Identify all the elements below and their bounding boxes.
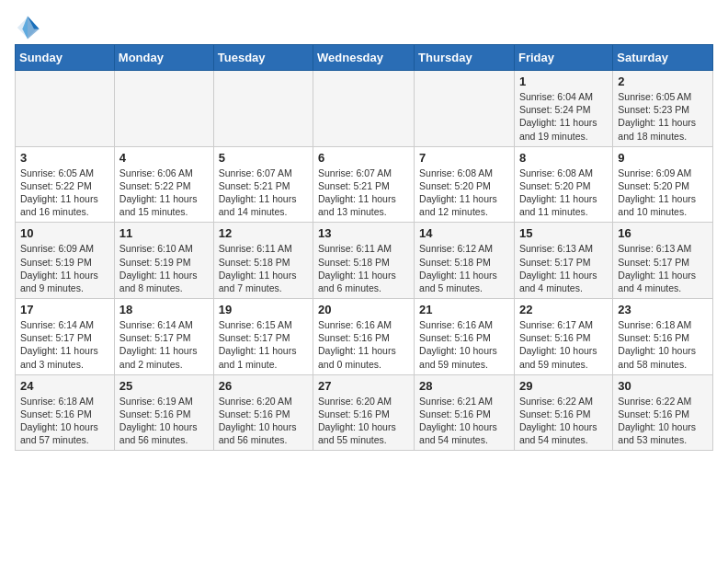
day-number: 22	[519, 303, 608, 316]
day-cell	[114, 71, 213, 147]
day-number: 28	[419, 379, 509, 393]
day-number: 8	[519, 151, 608, 165]
day-cell: 1Sunrise: 6:04 AMSunset: 5:24 PMDaylight…	[514, 71, 612, 147]
day-cell: 27Sunrise: 6:20 AMSunset: 5:16 PMDayligh…	[313, 374, 415, 451]
day-cell: 18Sunrise: 6:14 AMSunset: 5:17 PMDayligh…	[114, 299, 213, 375]
day-cell: 29Sunrise: 6:22 AMSunset: 5:16 PMDayligh…	[514, 374, 612, 451]
day-cell	[16, 71, 115, 147]
day-number: 4	[119, 151, 209, 165]
week-row-4: 17Sunrise: 6:14 AMSunset: 5:17 PMDayligh…	[16, 299, 713, 375]
day-info: Sunrise: 6:20 AMSunset: 5:16 PMDaylight:…	[318, 395, 409, 447]
day-number: 9	[618, 151, 708, 165]
day-info: Sunrise: 6:06 AMSunset: 5:22 PMDaylight:…	[119, 167, 209, 219]
day-cell	[313, 71, 415, 147]
day-info: Sunrise: 6:14 AMSunset: 5:17 PMDaylight:…	[119, 318, 209, 371]
day-number: 14	[419, 226, 509, 240]
day-info: Sunrise: 6:13 AMSunset: 5:17 PMDaylight:…	[519, 242, 608, 294]
day-cell: 16Sunrise: 6:13 AMSunset: 5:17 PMDayligh…	[613, 223, 713, 299]
svg-marker-3	[22, 16, 28, 39]
day-info: Sunrise: 6:05 AMSunset: 5:22 PMDaylight:…	[20, 167, 109, 219]
day-number: 17	[20, 303, 109, 316]
day-number: 15	[519, 226, 608, 240]
day-cell: 12Sunrise: 6:11 AMSunset: 5:18 PMDayligh…	[213, 223, 313, 299]
day-info: Sunrise: 6:08 AMSunset: 5:20 PMDaylight:…	[519, 167, 608, 219]
day-number: 24	[20, 379, 109, 393]
day-cell	[213, 71, 313, 147]
day-cell	[415, 71, 515, 147]
day-cell: 22Sunrise: 6:17 AMSunset: 5:16 PMDayligh…	[514, 299, 612, 375]
header-saturday: Saturday	[613, 45, 713, 71]
day-number: 5	[219, 151, 308, 165]
day-info: Sunrise: 6:16 AMSunset: 5:16 PMDaylight:…	[419, 318, 509, 371]
day-cell: 28Sunrise: 6:21 AMSunset: 5:16 PMDayligh…	[415, 374, 515, 451]
day-cell: 30Sunrise: 6:22 AMSunset: 5:16 PMDayligh…	[613, 374, 713, 451]
day-info: Sunrise: 6:17 AMSunset: 5:16 PMDaylight:…	[519, 318, 608, 371]
day-number: 29	[519, 379, 608, 393]
day-number: 20	[318, 303, 409, 316]
day-number: 16	[618, 226, 708, 240]
day-cell: 24Sunrise: 6:18 AMSunset: 5:16 PMDayligh…	[16, 374, 115, 451]
header-monday: Monday	[114, 45, 213, 71]
day-cell: 20Sunrise: 6:16 AMSunset: 5:16 PMDayligh…	[313, 299, 415, 375]
day-number: 19	[219, 303, 308, 316]
day-number: 18	[119, 303, 209, 316]
day-info: Sunrise: 6:04 AMSunset: 5:24 PMDaylight:…	[519, 90, 608, 143]
day-info: Sunrise: 6:09 AMSunset: 5:19 PMDaylight:…	[20, 242, 109, 294]
day-cell: 3Sunrise: 6:05 AMSunset: 5:22 PMDaylight…	[16, 146, 115, 223]
day-info: Sunrise: 6:19 AMSunset: 5:16 PMDaylight:…	[119, 395, 209, 447]
day-number: 26	[219, 379, 308, 393]
day-cell: 7Sunrise: 6:08 AMSunset: 5:20 PMDaylight…	[415, 146, 515, 223]
day-info: Sunrise: 6:16 AMSunset: 5:16 PMDaylight:…	[318, 318, 409, 371]
day-number: 12	[219, 226, 308, 240]
day-info: Sunrise: 6:18 AMSunset: 5:16 PMDaylight:…	[20, 395, 109, 447]
day-info: Sunrise: 6:14 AMSunset: 5:17 PMDaylight:…	[20, 318, 109, 371]
day-cell: 2Sunrise: 6:05 AMSunset: 5:23 PMDaylight…	[613, 71, 713, 147]
header-tuesday: Tuesday	[213, 45, 313, 71]
day-cell: 14Sunrise: 6:12 AMSunset: 5:18 PMDayligh…	[415, 223, 515, 299]
day-number: 10	[20, 226, 109, 240]
page-header	[15, 15, 713, 40]
day-info: Sunrise: 6:12 AMSunset: 5:18 PMDaylight:…	[419, 242, 509, 294]
day-info: Sunrise: 6:05 AMSunset: 5:23 PMDaylight:…	[618, 90, 708, 143]
day-number: 21	[419, 303, 509, 316]
day-info: Sunrise: 6:13 AMSunset: 5:17 PMDaylight:…	[618, 242, 708, 294]
day-info: Sunrise: 6:11 AMSunset: 5:18 PMDaylight:…	[318, 242, 409, 294]
day-cell: 26Sunrise: 6:20 AMSunset: 5:16 PMDayligh…	[213, 374, 313, 451]
day-number: 7	[419, 151, 509, 165]
day-info: Sunrise: 6:18 AMSunset: 5:16 PMDaylight:…	[618, 318, 708, 371]
header-wednesday: Wednesday	[313, 45, 415, 71]
header-thursday: Thursday	[415, 45, 515, 71]
header-sunday: Sunday	[16, 45, 115, 71]
day-cell: 11Sunrise: 6:10 AMSunset: 5:19 PMDayligh…	[114, 223, 213, 299]
day-cell: 25Sunrise: 6:19 AMSunset: 5:16 PMDayligh…	[114, 374, 213, 451]
day-cell: 5Sunrise: 6:07 AMSunset: 5:21 PMDaylight…	[213, 146, 313, 223]
day-number: 25	[119, 379, 209, 393]
day-info: Sunrise: 6:15 AMSunset: 5:17 PMDaylight:…	[219, 318, 308, 371]
day-number: 13	[318, 226, 409, 240]
calendar-header-row: SundayMondayTuesdayWednesdayThursdayFrid…	[16, 45, 713, 71]
day-number: 3	[20, 151, 109, 165]
week-row-3: 10Sunrise: 6:09 AMSunset: 5:19 PMDayligh…	[16, 223, 713, 299]
day-cell: 9Sunrise: 6:09 AMSunset: 5:20 PMDaylight…	[613, 146, 713, 223]
day-cell: 4Sunrise: 6:06 AMSunset: 5:22 PMDaylight…	[114, 146, 213, 223]
day-number: 1	[519, 75, 608, 88]
week-row-5: 24Sunrise: 6:18 AMSunset: 5:16 PMDayligh…	[16, 374, 713, 451]
day-cell: 21Sunrise: 6:16 AMSunset: 5:16 PMDayligh…	[415, 299, 515, 375]
week-row-1: 1Sunrise: 6:04 AMSunset: 5:24 PMDaylight…	[16, 71, 713, 147]
calendar-table: SundayMondayTuesdayWednesdayThursdayFrid…	[15, 44, 713, 451]
header-friday: Friday	[514, 45, 612, 71]
day-number: 2	[618, 75, 708, 88]
day-cell: 6Sunrise: 6:07 AMSunset: 5:21 PMDaylight…	[313, 146, 415, 223]
day-cell: 17Sunrise: 6:14 AMSunset: 5:17 PMDayligh…	[16, 299, 115, 375]
day-info: Sunrise: 6:10 AMSunset: 5:19 PMDaylight:…	[119, 242, 209, 294]
day-info: Sunrise: 6:07 AMSunset: 5:21 PMDaylight:…	[318, 167, 409, 219]
day-cell: 23Sunrise: 6:18 AMSunset: 5:16 PMDayligh…	[613, 299, 713, 375]
day-number: 11	[119, 226, 209, 240]
logo-icon	[15, 15, 40, 40]
week-row-2: 3Sunrise: 6:05 AMSunset: 5:22 PMDaylight…	[16, 146, 713, 223]
day-info: Sunrise: 6:22 AMSunset: 5:16 PMDaylight:…	[519, 395, 608, 447]
day-info: Sunrise: 6:07 AMSunset: 5:21 PMDaylight:…	[219, 167, 308, 219]
day-number: 30	[618, 379, 708, 393]
day-cell: 8Sunrise: 6:08 AMSunset: 5:20 PMDaylight…	[514, 146, 612, 223]
day-cell: 19Sunrise: 6:15 AMSunset: 5:17 PMDayligh…	[213, 299, 313, 375]
